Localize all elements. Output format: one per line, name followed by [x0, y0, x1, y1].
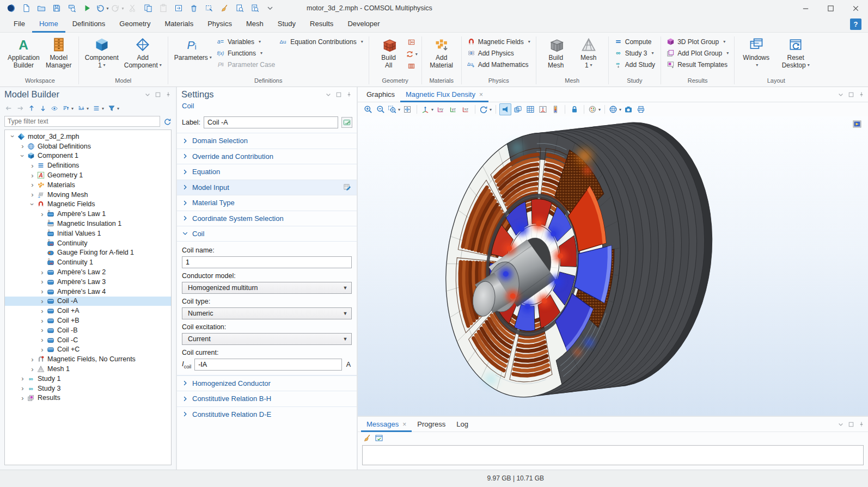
menu-geometry[interactable]: Geometry	[112, 16, 157, 33]
tab-messages[interactable]: Messages×	[361, 417, 412, 432]
clear-messages-button[interactable]	[363, 434, 371, 442]
conductor-model-select[interactable]: Homogenized multiturn ▼	[182, 282, 352, 294]
undo-button[interactable]	[96, 2, 109, 14]
save-to-model-manager-button[interactable]	[65, 2, 78, 14]
menu-developer[interactable]: Developer	[340, 16, 387, 33]
tree-filter-input[interactable]	[4, 116, 160, 127]
zoom-extents-button[interactable]	[401, 103, 413, 115]
environment-reflections-button[interactable]	[608, 103, 622, 115]
expander-icon[interactable]: ›	[39, 346, 46, 354]
close-button[interactable]	[843, 0, 868, 16]
rename-button[interactable]	[341, 117, 352, 128]
expander-icon[interactable]: ›	[39, 278, 46, 286]
application-builder-button[interactable]: A Application Builder	[5, 36, 42, 70]
tree-item-coil-a[interactable]: ›Coil -A	[5, 297, 171, 306]
result-templates-button[interactable]: Result Templates	[665, 59, 730, 70]
zoom-in-button[interactable]	[362, 103, 374, 115]
expander-icon[interactable]: ›	[29, 171, 36, 180]
delete-button[interactable]	[187, 2, 200, 14]
panel-pin-icon[interactable]	[165, 91, 172, 98]
section-constitutive-relation-d-e[interactable]: Constitutive Relation D-E	[177, 406, 357, 422]
reset-desktop-button[interactable]: Reset Desktop	[780, 36, 812, 70]
panel-menu-icon[interactable]	[144, 91, 151, 98]
filter-tree-button[interactable]	[108, 104, 119, 112]
show-grid-button[interactable]	[524, 103, 536, 115]
coil-current-input[interactable]	[194, 359, 342, 371]
view-xz-button[interactable]: xz	[460, 103, 472, 115]
show-axes-button[interactable]	[537, 103, 549, 115]
open-in-new-window-button[interactable]	[375, 434, 383, 442]
tree-item-continuity[interactable]: D⋈Continuity	[5, 238, 171, 248]
scene-light-button[interactable]	[499, 103, 511, 115]
clear-selection-button[interactable]	[218, 2, 231, 14]
tree-item-geometry-1[interactable]: ›AGeometry 1	[5, 170, 171, 180]
find-button[interactable]	[233, 2, 246, 14]
maximize-button[interactable]	[818, 0, 843, 16]
geometry-parts-button[interactable]	[406, 60, 418, 71]
zoom-box-button[interactable]	[387, 103, 401, 115]
color-theme-button[interactable]	[588, 103, 601, 115]
refresh-icon[interactable]	[163, 118, 172, 126]
tab-log[interactable]: Log	[451, 417, 474, 432]
paste-button[interactable]	[157, 2, 170, 14]
build-all-button[interactable]: Build All	[373, 36, 405, 70]
move-up-button[interactable]	[28, 104, 35, 112]
panel-menu-icon[interactable]	[838, 421, 844, 428]
functions-button[interactable]: f(x) Functions	[215, 47, 277, 59]
tree-item-continuity-1[interactable]: D⋈Continuity 1	[5, 257, 171, 267]
add-component-button[interactable]: Add Component	[122, 36, 164, 70]
tree-item-magnetic-insulation-1[interactable]: DMagnetic Insulation 1	[5, 219, 171, 229]
expander-icon[interactable]: ›	[39, 210, 46, 218]
tree-item-amp-re-s-law-2[interactable]: ›Ampère's Law 2	[5, 267, 171, 277]
default-view-button[interactable]	[420, 103, 434, 115]
physics-interface-selector[interactable]: Magnetic Fields	[466, 36, 532, 47]
expander-icon[interactable]: ›	[19, 142, 26, 150]
tab-graphics[interactable]: Graphics	[361, 87, 400, 102]
lock-view-button[interactable]	[569, 103, 580, 115]
expander-icon[interactable]: ›	[39, 307, 46, 315]
collapse-all-button[interactable]	[77, 104, 89, 112]
search-settings-button[interactable]	[248, 2, 261, 14]
expander-icon[interactable]: ›	[19, 384, 26, 392]
3d-plot-group-button[interactable]: 3D Plot Group	[665, 36, 730, 47]
tree-item-motor-3d-2-mph[interactable]: ›motor_3d_2.mph	[5, 132, 171, 141]
redo-button[interactable]	[111, 2, 124, 14]
panel-float-icon[interactable]	[848, 91, 854, 98]
section-domain-selection[interactable]: Domain Selection	[177, 133, 357, 149]
tree-item-magnetic-fields-no-currents[interactable]: ›Magnetic Fields, No Currents	[5, 354, 171, 364]
tree-item-magnetic-fields[interactable]: ›Magnetic Fields	[5, 200, 171, 209]
customize-quick-access-button[interactable]	[264, 2, 277, 14]
go-forward-button[interactable]	[16, 104, 24, 112]
node-label-display-button[interactable]	[93, 104, 104, 112]
go-back-button[interactable]	[5, 104, 13, 112]
select-box-button[interactable]	[203, 2, 216, 14]
coil-type-select[interactable]: Numeric ▼	[182, 307, 352, 319]
tree-item-study-3[interactable]: ›∞Study 3	[5, 384, 171, 393]
close-tab-icon[interactable]: ×	[402, 417, 406, 431]
save-button[interactable]	[50, 2, 63, 14]
expander-icon[interactable]: ›	[9, 133, 17, 140]
panel-float-icon[interactable]	[335, 91, 342, 98]
expander-icon[interactable]: ›	[29, 162, 36, 170]
coil-name-input[interactable]	[182, 256, 352, 268]
show-color-legend-button[interactable]	[549, 103, 561, 115]
panel-menu-icon[interactable]	[838, 91, 844, 98]
tree-item-amp-re-s-law-4[interactable]: ›Ampère's Law 4	[5, 287, 171, 297]
expander-icon[interactable]: ›	[39, 317, 46, 325]
tree-item-initial-values-1[interactable]: DInitial Values 1	[5, 229, 171, 238]
import-geometry-button[interactable]	[406, 36, 418, 47]
rotate-view-button[interactable]	[479, 103, 492, 115]
variables-button[interactable]: a= Variables	[215, 36, 277, 47]
expander-icon[interactable]: ›	[39, 268, 46, 276]
menu-definitions[interactable]: Definitions	[65, 16, 113, 33]
zoom-out-button[interactable]	[375, 103, 387, 115]
minimize-button[interactable]	[793, 0, 818, 16]
section-material-type[interactable]: Material Type	[177, 195, 357, 211]
new-file-button[interactable]	[20, 2, 33, 14]
tab-progress[interactable]: Progress	[412, 417, 451, 432]
component-1-button[interactable]: Component 1	[83, 36, 121, 70]
print-button[interactable]	[635, 103, 647, 115]
tree-item-component-1[interactable]: ›Component 1	[5, 151, 171, 161]
tree-item-coil-b[interactable]: ›Coil -B	[5, 325, 171, 335]
menu-physics[interactable]: Physics	[200, 16, 239, 33]
